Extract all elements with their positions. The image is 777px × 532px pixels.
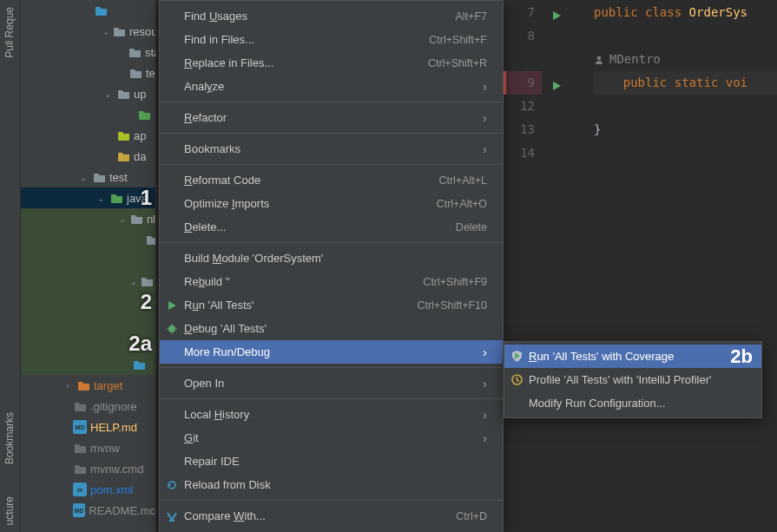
tree-row[interactable]: ⌄test xyxy=(21,167,155,187)
tree-row[interactable] xyxy=(21,354,155,375)
menu-shortcut: Ctrl+Alt+L xyxy=(438,174,487,187)
menu-item-label: Build Module 'OrderSystem' xyxy=(184,252,487,265)
run-gutter-icon[interactable] xyxy=(550,6,563,30)
tree-row[interactable]: ap xyxy=(21,125,155,146)
menu-item[interactable]: Find UsagesAlt+F7 xyxy=(160,4,503,28)
tree-item-label: mvnw.cmd xyxy=(90,463,143,476)
menu-item[interactable]: Reformat CodeCtrl+Alt+L xyxy=(160,168,503,192)
tree-item-label: HELP.md xyxy=(90,421,137,434)
tree-row[interactable]: da xyxy=(21,146,155,167)
menu-item[interactable]: Analyze› xyxy=(160,75,503,98)
tree-row[interactable]: ›target xyxy=(21,375,155,396)
diff-icon xyxy=(165,509,179,523)
menu-item[interactable]: Build Module 'OrderSystem' xyxy=(160,246,503,270)
project-tree[interactable]: ⌄resoustate⌄upapda⌄test⌄java1⌄nl⌄22a›tar… xyxy=(21,0,156,532)
menu-item[interactable]: Delete...Delete xyxy=(160,215,503,239)
gutter-line: 7 xyxy=(504,1,542,24)
tree-row[interactable]: .gitignore xyxy=(21,396,155,417)
code-line[interactable] xyxy=(594,24,777,48)
tree-row[interactable]: 2a xyxy=(21,333,155,354)
tree-row[interactable]: mvnw xyxy=(21,437,155,458)
menu-item-label: Open In xyxy=(184,377,476,390)
tree-row[interactable]: ⌄java1 xyxy=(21,187,155,208)
menu-item[interactable]: Debug 'All Tests' xyxy=(160,317,503,340)
submenu-item[interactable]: Profile 'All Tests' with 'IntelliJ Profi… xyxy=(504,368,761,391)
code-line[interactable] xyxy=(594,141,777,165)
code-line[interactable]: public class OrderSys xyxy=(594,1,777,24)
context-submenu: Run 'All Tests' with Coverage2bProfile '… xyxy=(504,341,762,418)
editor-code[interactable]: public class OrderSysMDentro public stat… xyxy=(542,0,777,341)
expand-chevron-icon[interactable]: › xyxy=(63,381,73,391)
tree-row[interactable] xyxy=(21,250,155,271)
tree-item-label: target xyxy=(94,379,122,392)
menu-item[interactable]: Open In› xyxy=(160,371,503,395)
submenu-item[interactable]: Modify Run Configuration... xyxy=(504,391,761,415)
menu-item[interactable]: Reload from Disk xyxy=(160,473,503,496)
tool-tab-pull-requests[interactable]: Pull Reque xyxy=(0,0,19,65)
tool-tab-bookmarks[interactable]: Bookmarks xyxy=(0,405,19,471)
folder-icon xyxy=(73,441,87,455)
tree-row[interactable]: MDHELP.md xyxy=(21,417,155,437)
menu-shortcut: Ctrl+Alt+O xyxy=(437,198,487,210)
submenu-item[interactable]: Run 'All Tests' with Coverage2b xyxy=(504,345,761,368)
tree-item-label: pom.xml xyxy=(90,483,133,496)
tree-row[interactable] xyxy=(21,229,155,250)
menu-separator xyxy=(160,500,503,501)
code-line[interactable]: } xyxy=(594,118,777,141)
tree-row[interactable] xyxy=(21,312,155,333)
folder-icon xyxy=(128,45,142,59)
menu-item[interactable]: Find in Files...Ctrl+Shift+F xyxy=(160,28,503,51)
tree-row[interactable]: mpom.xml xyxy=(21,479,155,500)
tree-row[interactable]: te xyxy=(21,62,155,83)
menu-shortcut: Ctrl+Shift+F xyxy=(429,34,487,46)
submenu-arrow-icon: › xyxy=(483,345,487,359)
expand-chevron-icon[interactable]: ⌄ xyxy=(130,277,137,286)
tree-row[interactable]: ⌄nl xyxy=(21,208,155,229)
menu-item[interactable]: Replace in Files...Ctrl+Shift+R xyxy=(160,51,503,75)
submenu-arrow-icon: › xyxy=(483,79,487,94)
menu-item[interactable]: Repair IDE xyxy=(160,450,503,473)
folder-icon xyxy=(109,191,123,205)
folder-icon xyxy=(141,274,154,288)
expand-chevron-icon[interactable]: ⌄ xyxy=(95,194,106,203)
tree-row[interactable]: sta xyxy=(21,42,155,62)
editor[interactable]: 789121314 public class OrderSysMDentro p… xyxy=(504,0,777,341)
code-line[interactable]: MDentro xyxy=(594,48,777,71)
tree-row[interactable]: ⌄ xyxy=(21,271,155,292)
tree-item-label: da xyxy=(134,150,146,163)
menu-item[interactable]: Bookmarks› xyxy=(160,137,503,161)
code-line[interactable]: public static voi xyxy=(594,71,777,95)
menu-item-label: Reformat Code xyxy=(184,174,438,187)
tree-row[interactable]: 2 xyxy=(21,292,155,312)
tree-item-label: .gitignore xyxy=(90,400,136,413)
tree-row[interactable]: ⌄up xyxy=(21,83,155,104)
code-line[interactable] xyxy=(594,95,777,118)
menu-item[interactable]: Optimize ImportsCtrl+Alt+O xyxy=(160,192,503,215)
menu-item-label: Repair IDE xyxy=(184,455,487,468)
tree-row[interactable] xyxy=(21,104,155,125)
folder-icon xyxy=(128,66,142,80)
menu-item[interactable]: Git› xyxy=(160,426,503,450)
expand-chevron-icon[interactable]: ⌄ xyxy=(102,27,109,36)
tree-row[interactable]: mvnw.cmd xyxy=(21,458,155,479)
tool-tab-structure[interactable]: ucture xyxy=(0,489,19,532)
tree-row[interactable]: MDREADME.mc xyxy=(21,500,155,521)
tree-row[interactable]: ⌄resou xyxy=(21,21,155,42)
menu-item[interactable]: Refactor› xyxy=(160,106,503,129)
menu-item[interactable]: Run 'All Tests'Ctrl+Shift+F10 xyxy=(160,293,503,317)
gutter-line: 9 xyxy=(504,71,542,95)
menu-item[interactable]: Compare With...Ctrl+D xyxy=(160,504,503,528)
menu-item[interactable]: Local History› xyxy=(160,403,503,426)
menu-item[interactable]: More Run/Debug› xyxy=(160,340,503,364)
run-gutter-icon[interactable] xyxy=(550,76,563,100)
expand-chevron-icon[interactable]: ⌄ xyxy=(118,214,127,224)
expand-chevron-icon[interactable]: ⌄ xyxy=(78,173,89,182)
folder-icon xyxy=(73,462,87,476)
menu-item[interactable]: Rebuild ''Ctrl+Shift+F9 xyxy=(160,270,503,293)
menu-shortcut: Alt+F7 xyxy=(456,10,487,23)
expand-chevron-icon[interactable]: ⌄ xyxy=(102,89,113,99)
tree-row[interactable] xyxy=(21,0,155,21)
gutter-line: 13 xyxy=(504,118,542,141)
menu-separator xyxy=(160,102,503,102)
folder-icon xyxy=(73,399,87,413)
